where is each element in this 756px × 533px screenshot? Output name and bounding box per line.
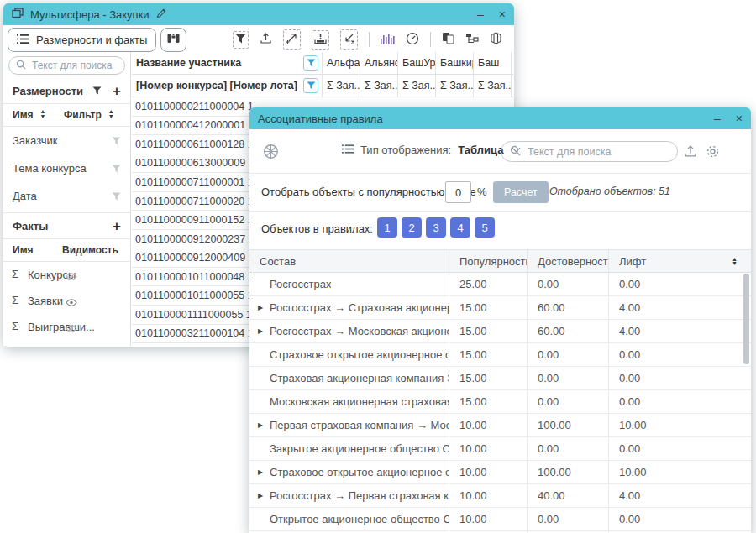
- measure-header[interactable]: Σ Зая...: [360, 75, 398, 97]
- display-type-selector[interactable]: Тип отображения: Таблица: [342, 144, 519, 156]
- cube-button[interactable]: [490, 32, 502, 47]
- row-header-title[interactable]: Название участника: [132, 52, 323, 74]
- participant-column-header[interactable]: Башкирс: [436, 52, 474, 74]
- add-dimension-button[interactable]: +: [113, 84, 121, 98]
- objects-in-rules-label: Объектов в правилах:: [261, 222, 373, 235]
- eye-off-icon[interactable]: [66, 270, 77, 283]
- dimension-item[interactable]: Заказчик: [3, 127, 130, 154]
- search-binoculars-button[interactable]: [160, 28, 186, 52]
- objects-in-rules-row: Объектов в правилах: 12345: [249, 212, 751, 248]
- expand-arrow-icon[interactable]: ▶: [258, 304, 270, 311]
- measure-header[interactable]: Σ Зая...: [436, 75, 474, 97]
- gauge-button[interactable]: [406, 32, 419, 48]
- participant-column-header[interactable]: Альянс: [360, 52, 398, 74]
- rule-confidence: 0.00: [528, 343, 609, 366]
- sidebar-search[interactable]: [8, 56, 125, 75]
- expand-arrow-icon[interactable]: ▶: [258, 327, 270, 335]
- gauge-icon: [406, 32, 419, 48]
- facts-name-header: Имя: [13, 244, 34, 256]
- participant-column-header[interactable]: БашУрал: [398, 52, 436, 74]
- filter-button[interactable]: [233, 31, 249, 49]
- participant-column-header[interactable]: Баш: [474, 52, 512, 74]
- filter-button[interactable]: [303, 78, 318, 93]
- fact-item[interactable]: ΣКонкурсы: [3, 262, 130, 288]
- wizard-wheel-button[interactable]: [263, 144, 279, 162]
- sort-by-filter[interactable]: Фильтр▲▼: [64, 109, 114, 121]
- column-header-composition[interactable]: Состав: [249, 250, 449, 272]
- filter-icon[interactable]: [92, 86, 102, 95]
- measure-header[interactable]: Σ Зая...: [474, 75, 512, 97]
- rule-row[interactable]: Росгосстрах25.000.000.00: [249, 273, 751, 296]
- edit-title-pencil-icon[interactable]: [156, 7, 166, 22]
- rule-row[interactable]: Открытое акционерное общество Страхов...…: [249, 508, 751, 531]
- objects-count-button[interactable]: 2: [402, 217, 422, 238]
- dialog-search-input[interactable]: [526, 145, 669, 159]
- fact-item[interactable]: ΣЗаявки: [3, 288, 130, 314]
- rule-popularity: 10.00: [449, 437, 528, 460]
- row-header-subtitle[interactable]: [Номер конкурса] [Номер лота]: [132, 75, 323, 97]
- rule-row[interactable]: ▶Росгосстрах → Московская акционерная с.…: [249, 320, 751, 343]
- alerts-button[interactable]: [312, 30, 329, 50]
- dialog-titlebar[interactable]: Ассоциативные правила – ×: [249, 107, 751, 129]
- sort-by-name[interactable]: Имя▲▼: [13, 109, 45, 121]
- facts-title: Факты: [13, 220, 48, 233]
- dimensions-facts-button[interactable]: Размерности и факты: [8, 28, 156, 52]
- collapse-down-button[interactable]: [340, 29, 358, 50]
- column-header-popularity[interactable]: Популярность▲▼: [449, 250, 528, 272]
- objects-count-button[interactable]: 1: [377, 217, 397, 238]
- column-header-lift[interactable]: Лифт▲▼: [609, 250, 751, 272]
- calculate-button[interactable]: Расчет: [493, 181, 549, 203]
- filter-icon[interactable]: [112, 192, 121, 201]
- measure-header[interactable]: Σ Зая...: [323, 75, 360, 97]
- fact-item[interactable]: ΣВыигравши...: [3, 314, 130, 340]
- add-fact-button[interactable]: +: [113, 219, 121, 233]
- dialog-settings-button[interactable]: [706, 144, 720, 161]
- close-button[interactable]: ×: [499, 8, 506, 20]
- dimension-item[interactable]: Тема конкурса: [3, 154, 130, 182]
- expand-arrow-icon[interactable]: ▶: [258, 492, 270, 499]
- rule-row[interactable]: Страховое открытое акционерное общест...…: [249, 343, 751, 367]
- hierarchy-button[interactable]: [465, 33, 479, 47]
- eye-off-icon[interactable]: [66, 322, 77, 335]
- participant-column-header[interactable]: АльфаСтр: [323, 52, 360, 74]
- export-button[interactable]: [260, 32, 272, 47]
- fact-item[interactable]: ΣЭкономия: [3, 340, 130, 346]
- rule-row[interactable]: Московская акционерная страховая комп...…: [249, 390, 751, 414]
- filter-icon[interactable]: [112, 137, 121, 145]
- expand-arrow-icon[interactable]: ▶: [258, 421, 270, 429]
- filter-button[interactable]: [303, 55, 318, 71]
- rule-row[interactable]: ▶Первая страховая компания → Московска..…: [249, 414, 751, 437]
- rule-row[interactable]: Закрытое акционерное общество Страхов...…: [249, 437, 751, 461]
- rule-popularity: 15.00: [449, 320, 528, 342]
- rule-composition: Страховая акционерная компания ЭНЕРГ...: [249, 367, 449, 389]
- column-header-confidence[interactable]: Достоверность▲▼: [528, 250, 609, 272]
- popularity-threshold-input[interactable]: [445, 181, 471, 203]
- rule-row[interactable]: Страховая акционерная компания ЭНЕРГ...1…: [249, 367, 751, 390]
- dialog-export-button[interactable]: [684, 144, 697, 160]
- dimension-label: Тема конкурса: [13, 162, 87, 175]
- expand-up-button[interactable]: [283, 29, 301, 50]
- dimension-item[interactable]: Дата: [3, 182, 130, 210]
- filter-icon[interactable]: [112, 165, 121, 173]
- eye-icon[interactable]: [66, 296, 77, 309]
- rule-row[interactable]: ▶Росгосстрах → Первая страховая компания…: [249, 484, 751, 508]
- rule-row[interactable]: ▶Страховое открытое акционерное общест..…: [249, 461, 751, 484]
- rule-popularity: 15.00: [449, 367, 528, 389]
- dialog-search[interactable]: [501, 141, 678, 162]
- sidebar-search-input[interactable]: [30, 59, 118, 72]
- objects-count-button[interactable]: 3: [426, 217, 446, 238]
- vertical-scrollbar[interactable]: [743, 274, 749, 364]
- rules-table: Состав Популярность▲▼ Достоверность▲▼ Ли…: [249, 249, 751, 533]
- objects-count-button[interactable]: 4: [450, 217, 470, 238]
- rule-row[interactable]: ▶Росгосстрах → Страховая акционерная ко.…: [249, 296, 751, 320]
- copy-button[interactable]: [442, 32, 454, 47]
- measure-header[interactable]: Σ Зая...: [398, 75, 436, 97]
- main-titlebar[interactable]: Мультисфера - Закупки – ×: [3, 3, 514, 25]
- minimize-button[interactable]: –: [477, 8, 484, 20]
- dimensions-facts-label: Размерности и факты: [36, 34, 147, 46]
- histogram-button[interactable]: [381, 33, 395, 47]
- dialog-minimize-button[interactable]: –: [714, 112, 721, 124]
- dialog-close-button[interactable]: ×: [736, 112, 743, 124]
- objects-count-button[interactable]: 5: [475, 217, 495, 238]
- expand-arrow-icon[interactable]: ▶: [258, 468, 270, 476]
